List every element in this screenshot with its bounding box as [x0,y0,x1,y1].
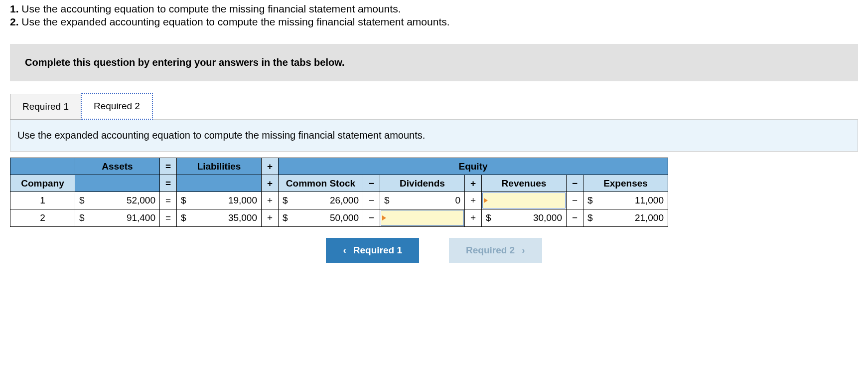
header-assets: Assets [75,158,160,175]
nav-buttons: ‹ Required 1 Required 2 › [10,238,858,263]
prev-button[interactable]: ‹ Required 1 [326,238,419,263]
input-revenues-1[interactable] [482,192,567,209]
op-minus2: − [567,175,583,192]
cell-plus: + [262,209,279,227]
chevron-right-icon: › [522,245,525,256]
instr-1: Use the accounting equation to compute t… [21,3,401,14]
table-row: 1 $52,000 = $19,000 + $26,000 − $0 + − $… [10,192,668,209]
op-plus2: + [262,175,279,192]
header-liabilities: Liabilities [177,158,262,175]
tabs: Required 1 Required 2 [10,92,858,119]
header-expenses: Expenses [583,175,668,192]
input-dividends-2[interactable] [380,209,465,227]
op-minus: − [363,175,380,192]
cell-expenses: $11,000 [583,192,668,209]
cell-company: 2 [10,209,75,227]
header-dividends: Dividends [380,175,465,192]
cell-assets: $52,000 [75,192,160,209]
chevron-left-icon: ‹ [343,245,346,256]
caret-icon [484,198,488,203]
cell-eq: = [160,209,177,227]
header-revenues: Revenues [482,175,567,192]
op-plus3: + [465,175,482,192]
panel-text: Use the expanded accounting equation to … [17,130,425,141]
tab-required-1[interactable]: Required 1 [10,94,81,120]
header-blank [10,158,75,175]
cell-assets: $91,400 [75,209,160,227]
cell-minus: − [363,209,380,227]
op-plus: + [262,158,279,175]
cell-eq: = [160,192,177,209]
cell-common-stock: $50,000 [279,209,363,227]
header-company: Company [10,175,75,192]
cell-plus: + [262,192,279,209]
cell-minus: − [363,192,380,209]
cell-liabilities: $19,000 [177,192,262,209]
cell-plus2: + [465,209,482,227]
header-blank3 [177,175,262,192]
instr-2: Use the expanded accounting equation to … [21,16,449,27]
cell-revenues: $30,000 [482,209,567,227]
tab-required-2[interactable]: Required 2 [81,93,153,120]
header-blank2 [75,175,160,192]
equation-table: Assets = Liabilities + Equity Company = … [10,158,668,227]
cell-plus2: + [465,192,482,209]
op-eq2: = [160,175,177,192]
prev-label: Required 1 [353,245,402,256]
header-common-stock: Common Stock [279,175,363,192]
cell-common-stock: $26,000 [279,192,363,209]
next-label: Required 2 [466,245,515,256]
op-eq: = [160,158,177,175]
num-2: 2. [10,16,19,27]
cell-dividends: $0 [380,192,465,209]
cell-minus2: − [567,209,583,227]
num-1: 1. [10,3,19,14]
instructions: 1. Use the accounting equation to comput… [0,0,868,44]
table-row: 2 $91,400 = $35,000 + $50,000 − + $30,00… [10,209,668,227]
cell-expenses: $21,000 [583,209,668,227]
instruction-box: Complete this question by entering your … [10,44,858,81]
tab-panel: Use the expanded accounting equation to … [10,119,858,152]
header-equity: Equity [279,158,668,175]
instruction-box-text: Complete this question by entering your … [25,57,345,68]
cell-liabilities: $35,000 [177,209,262,227]
cell-minus2: − [567,192,583,209]
next-button[interactable]: Required 2 › [449,238,542,263]
caret-icon [382,215,386,220]
cell-company: 1 [10,192,75,209]
